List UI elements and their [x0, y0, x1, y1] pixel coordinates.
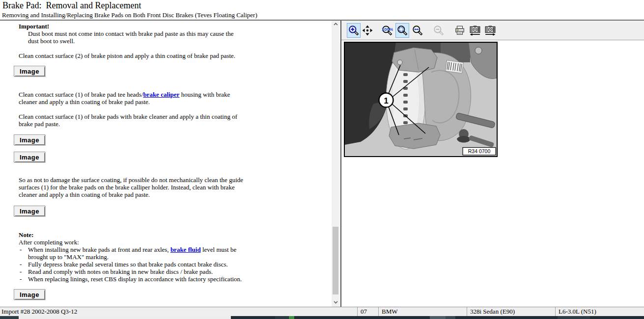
taskbar-segment-green: [289, 316, 294, 319]
note-item-3: - Read and comply with notes on braking …: [19, 268, 242, 275]
procedure-text-panel: Important! Dust boot must not come into …: [0, 21, 332, 307]
note-item-text: Fully depress brake pedal several times …: [28, 261, 228, 268]
brake-fluid-link[interactable]: brake fluid: [170, 246, 201, 253]
page-title: Brake Pad: Removal and Replacement: [2, 0, 141, 11]
taskbar-segment: [0, 316, 19, 319]
scrollbar-thumb[interactable]: [333, 227, 338, 294]
previous-image-icon[interactable]: [468, 23, 482, 38]
status-cell-model: 328i Sedan (E90): [467, 307, 555, 316]
image-button-4[interactable]: Image: [14, 206, 45, 216]
image-viewer-toolbar: 100%: [341, 21, 644, 40]
callout-1-label: 1: [384, 96, 388, 106]
left-panel-scrollbar[interactable]: [332, 21, 340, 307]
paragraph-clean-pads: Clean contact surface (1) of brake pads …: [19, 113, 245, 128]
note-item-4: - When replacing linings, reset CBS disp…: [19, 275, 242, 283]
zoom-in-tool-icon[interactable]: [347, 23, 361, 38]
note-intro: After completing work:: [19, 239, 242, 246]
taskbar-window-button[interactable]: [19, 316, 231, 319]
document-header: Brake Pad: Removal and Replacement Remov…: [0, 0, 644, 21]
list-dash: -: [20, 246, 22, 253]
status-bar: Import #28 2002-2008 Q3-12 07 BMW 328i S…: [0, 307, 644, 316]
note-item-1: - When installing new brake pads at fron…: [19, 246, 242, 261]
list-dash: -: [20, 268, 22, 275]
zoom-100-label: 100%: [382, 27, 393, 32]
status-import-info: Import #28 2002-2008 Q3-12: [1, 308, 77, 316]
note-label: Note:: [19, 231, 242, 239]
note-item-text: Read and comply with notes on braking in…: [28, 268, 213, 275]
next-image-icon[interactable]: [483, 23, 497, 38]
page-subtitle: Removing and Installing/Replacing Brake …: [2, 11, 257, 19]
status-cell-make: BMW: [378, 307, 467, 316]
note-item-text: When replacing linings, reset CBS displa…: [28, 275, 242, 283]
important-text: Dust boot must not come into contact wit…: [28, 30, 243, 45]
list-dash: -: [20, 275, 22, 283]
list-dash: -: [20, 261, 22, 268]
image-button-2[interactable]: Image: [14, 134, 45, 145]
status-cell-region: 07: [357, 307, 378, 316]
paragraph-clean-tee-heads: Clean contact surface (1) of brake pad t…: [19, 91, 239, 106]
important-label: Important!: [19, 23, 49, 30]
image-button-1[interactable]: Image: [14, 66, 45, 77]
taskbar-segment: [430, 316, 446, 319]
image-button-5[interactable]: Image: [14, 289, 45, 300]
taskbar-segment: [275, 316, 288, 319]
paragraph-text: Clean contact surface (1) of brake pad t…: [19, 91, 143, 98]
print-icon[interactable]: [453, 23, 467, 38]
figure-ref-label: R34 0700: [468, 148, 491, 154]
scroll-down-arrow-icon[interactable]: [332, 299, 340, 307]
zoom-100-tool-icon[interactable]: 100%: [380, 23, 394, 38]
taskbar-segment: [446, 316, 455, 319]
status-cell-engine: L6-3.0L (N51): [555, 307, 644, 316]
taskbar-segment: [558, 316, 590, 319]
image-button-3[interactable]: Image: [14, 152, 45, 162]
paragraph-clean-piston: Clean contact surface (2) of brake pisto…: [19, 52, 259, 59]
pan-tool-icon[interactable]: [361, 23, 374, 38]
paragraph-guide-surfaces: So as not to damage the surface coating,…: [19, 176, 253, 198]
brake-caliper-link[interactable]: brake caliper: [143, 91, 179, 98]
brake-caliper-illustration: 1 R34 0700: [345, 43, 497, 156]
image-viewer-panel: 100%: [341, 21, 644, 307]
note-item-text: When installing new brake pads at front …: [28, 246, 170, 253]
zoom-width-tool-icon[interactable]: [411, 23, 424, 38]
note-item-2: - Fully depress brake pedal several time…: [19, 261, 242, 268]
scroll-up-arrow-icon[interactable]: [332, 21, 340, 28]
zoom-fit-tool-icon[interactable]: [395, 23, 409, 38]
note-block: Note: After completing work: - When inst…: [19, 231, 242, 283]
taskbar-edge: [0, 316, 644, 319]
zoom-out-tool-icon[interactable]: [432, 23, 446, 38]
figure-viewport[interactable]: 1 R34 0700: [344, 42, 498, 157]
